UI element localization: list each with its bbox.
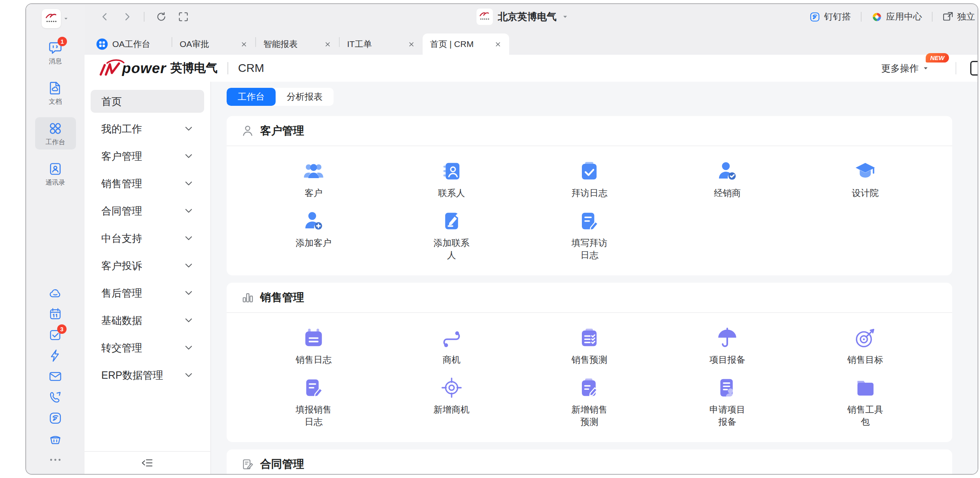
app-project-filing-label: 项目报备 xyxy=(709,354,745,366)
chevron-down-icon xyxy=(184,261,194,270)
app-customers[interactable]: 客户 xyxy=(245,152,383,202)
company-name: 北京英博电气 xyxy=(498,10,557,23)
rail-contacts[interactable]: 通讯录 xyxy=(35,158,76,190)
app-sales-target-label: 销售目标 xyxy=(847,354,883,366)
app-visit-log[interactable]: 拜访日志 xyxy=(521,152,659,202)
tab-workbench[interactable]: 工作台 xyxy=(227,88,276,106)
rail-cloud-drive[interactable] xyxy=(49,286,62,300)
app-sales-forecast[interactable]: 销售预测 xyxy=(521,319,659,369)
topbar-app-center[interactable]: 应用中心 xyxy=(871,11,922,23)
topbar-standalone-window-label: 独立 xyxy=(957,11,975,23)
app-apply-project-filing[interactable]: 申请项目报备 xyxy=(658,369,796,431)
topbar-dingtalk-build[interactable]: 钉钉搭 xyxy=(809,11,851,23)
rail-more[interactable] xyxy=(49,453,62,467)
app-new-opportunity[interactable]: 新增商机 xyxy=(383,369,521,431)
app-add-contact[interactable]: 添加联系人 xyxy=(383,202,521,264)
rail-contacts-label: 通讯录 xyxy=(46,179,65,187)
umbrella-icon xyxy=(716,327,738,349)
sidebar-item-aftersales-mgmt[interactable]: 售后管理 xyxy=(91,281,204,304)
forward-icon[interactable] xyxy=(122,11,132,22)
sidebar-item-contract-mgmt[interactable]: 合同管理 xyxy=(91,199,204,222)
user-plus-icon xyxy=(303,210,325,232)
dingtalk-icon xyxy=(809,11,820,22)
sidebar-item-home[interactable]: 首页 xyxy=(91,90,204,113)
sidebar-item-customer-mgmt[interactable]: 客户管理 xyxy=(91,145,204,168)
close-icon[interactable] xyxy=(408,40,415,48)
app-design-institute[interactable]: 设计院 xyxy=(796,152,934,202)
rail-calendar[interactable] xyxy=(49,307,62,321)
chevron-down-icon xyxy=(561,13,569,20)
section-header: 客户管理 xyxy=(227,116,952,146)
nav-item-label: 首页 xyxy=(101,95,122,108)
app-sales-toolkit-label: 销售工具包 xyxy=(845,404,886,428)
contactbook-icon xyxy=(48,162,62,176)
app-title: CRM xyxy=(238,62,264,75)
app-add-customer[interactable]: 添加客户 xyxy=(245,202,383,264)
app-new-sales-forecast[interactable]: 新增销售预测 xyxy=(521,369,659,431)
nav-item-label: 销售管理 xyxy=(101,177,142,190)
app-opportunities[interactable]: 商机 xyxy=(383,319,521,369)
sidebar-item-customer-complaints[interactable]: 客户投诉 xyxy=(91,254,204,277)
topbar-standalone-window[interactable]: 独立 xyxy=(942,11,975,23)
rail-flash[interactable] xyxy=(49,349,62,362)
app-project-filing[interactable]: 项目报备 xyxy=(658,319,796,369)
nav-list: 首页我的工作客户管理销售管理合同管理中台支持客户投诉售后管理基础数据转交管理ER… xyxy=(85,82,210,391)
tab-smart-reports[interactable]: 智能报表 xyxy=(256,34,339,55)
sidebar-item-erp-data-mgmt[interactable]: ERP数据管理 xyxy=(91,364,204,386)
rail-docs[interactable]: 文档 xyxy=(35,77,76,109)
app-contacts[interactable]: 联系人 xyxy=(383,152,521,202)
back-icon[interactable] xyxy=(100,11,110,22)
app-opportunities-label: 商机 xyxy=(443,354,461,366)
close-icon[interactable] xyxy=(240,40,248,48)
refresh-icon[interactable] xyxy=(156,11,167,22)
appcenter-icon xyxy=(871,11,882,22)
tab-oa-workbench[interactable]: OA工作台 xyxy=(89,34,172,55)
app-dealers[interactable]: 经销商 xyxy=(658,152,796,202)
app-sales-log[interactable]: 销售日志 xyxy=(245,319,383,369)
sidebar-item-midplatform-support[interactable]: 中台支持 xyxy=(91,227,204,250)
app-logo-icon xyxy=(42,9,61,28)
app-sales-toolkit[interactable]: 销售工具包 xyxy=(796,369,934,431)
tab-it-ticket[interactable]: IT工单 xyxy=(340,34,423,55)
collapse-sidebar-icon[interactable] xyxy=(141,457,154,469)
fullscreen-icon[interactable] xyxy=(178,11,189,22)
app-write-visit-log-label: 填写拜访日志 xyxy=(569,237,610,261)
app-add-contact-label: 添加联系人 xyxy=(431,237,472,261)
section-contract-mgmt: 合同管理投标管理合同管理回款计划回款确认加急订单 xyxy=(227,449,952,474)
rail-messages[interactable]: 1消息 xyxy=(35,36,76,69)
brand-power-text: power xyxy=(122,60,166,76)
app-sales-target[interactable]: 销售目标 xyxy=(796,319,934,369)
sidebar-item-my-work[interactable]: 我的工作 xyxy=(91,117,204,140)
rail-workbench[interactable]: 工作台 xyxy=(35,117,76,150)
tab-oa-approval[interactable]: OA审批 xyxy=(172,34,255,55)
tab-analysis-reports[interactable]: 分析报表 xyxy=(276,88,334,106)
close-icon[interactable] xyxy=(324,40,332,48)
org-switcher[interactable]: 北京英博电气 xyxy=(477,4,569,29)
tab-home-crm[interactable]: 首页 | CRM xyxy=(423,34,509,55)
app-sales-forecast-label: 销售预测 xyxy=(571,354,607,366)
rail-phone[interactable] xyxy=(49,391,62,404)
rail-mail[interactable] xyxy=(49,370,62,383)
chevron-down-icon xyxy=(184,206,194,216)
sidebar-item-base-data[interactable]: 基础数据 xyxy=(91,309,204,332)
gradcap-icon xyxy=(854,160,876,182)
app-write-visit-log[interactable]: 填写拜访日志 xyxy=(521,202,659,264)
rail-dingtalk[interactable] xyxy=(49,411,62,425)
separator xyxy=(861,12,862,22)
nav-item-label: 售后管理 xyxy=(101,286,142,300)
app-switcher[interactable] xyxy=(42,9,69,28)
rail-todo[interactable]: 3 xyxy=(49,328,62,342)
tab-label: 智能报表 xyxy=(263,38,324,50)
nav-item-label: 中台支持 xyxy=(101,232,142,245)
rail-messages-label: 消息 xyxy=(49,57,62,66)
nav-item-label: 客户管理 xyxy=(101,150,142,163)
person-outline-icon xyxy=(241,125,254,137)
more-actions-button[interactable]: 更多操作 NEW xyxy=(881,62,929,75)
close-icon[interactable] xyxy=(494,40,502,48)
org-logo-icon xyxy=(477,9,493,25)
rail-storage-box[interactable] xyxy=(49,432,62,446)
app-fill-sales-log[interactable]: 填报销售日志 xyxy=(245,369,383,431)
sidebar-item-transfer-mgmt[interactable]: 转交管理 xyxy=(91,336,204,359)
sidebar-item-sales-mgmt[interactable]: 销售管理 xyxy=(91,172,204,195)
fullscreen-partial-icon[interactable] xyxy=(970,61,978,76)
